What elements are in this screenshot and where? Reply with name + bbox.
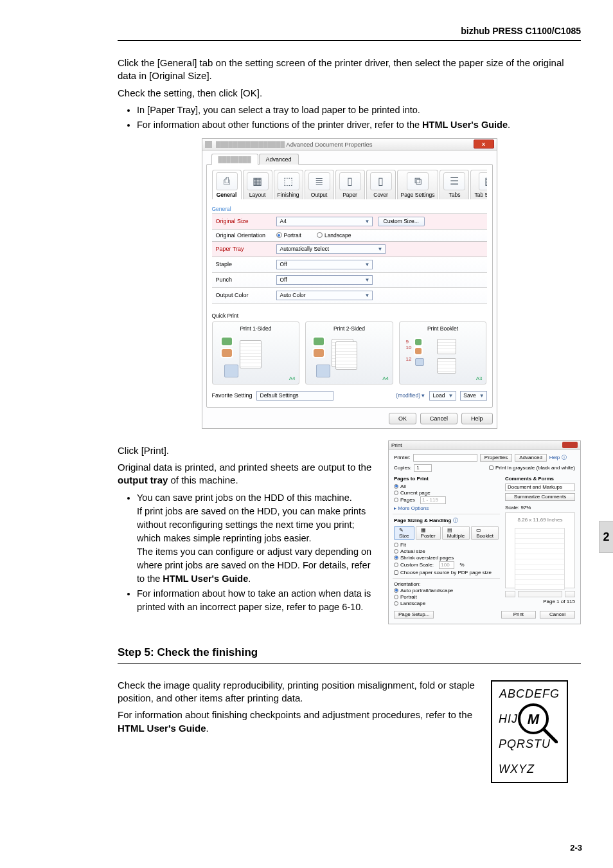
step5-p1: Check the image quality reproducibility,… [118,679,479,705]
orientation-landscape[interactable]: Landscape [317,232,351,239]
printer-driver-dialog: ████████████████ Advanced Document Prope… [202,138,497,429]
pages-range[interactable]: Pages 1 - 115 [394,496,499,504]
info-icon[interactable]: ⓘ [453,518,458,523]
summarize-button[interactable]: Summarize Comments [505,493,575,501]
tab-general[interactable]: ⎙General [212,170,242,199]
page-scrollbar[interactable] [518,591,562,597]
punch-select[interactable]: Off▼ [276,275,373,285]
general-icon: ⎙ [216,172,238,190]
page-setup-button[interactable]: Page Setup... [394,611,434,619]
upper-tab-advanced[interactable]: Advanced [259,154,299,165]
more-options[interactable]: ▸ More Options [394,505,499,511]
chip-poster[interactable]: ▦ Poster [416,526,441,540]
print-preview: 8.26 x 11.69 Inches [505,512,575,588]
print-bul-2: For information about how to take an act… [137,587,377,614]
quick-print: Quick Print Print 1-Sided A4 Print 2-Sid… [212,312,487,384]
row-punch: Punch Off▼ [212,273,487,288]
print-bullets: You can save print jobs on the HDD of th… [118,491,377,614]
row-paper-tray: Paper Tray Automatically Select▼ [212,242,487,257]
chip-booklet[interactable]: ▭ Booklet [471,526,499,540]
copies-input[interactable]: 1 [414,464,432,472]
step5-p2: For information about finishing checkpoi… [118,709,479,735]
magnifier-illustration: ABCDEFG HIJ M PQRSTU WXYZ [491,680,568,783]
svg-text:M: M [528,711,540,727]
printer-select[interactable] [413,454,477,462]
output-color-select[interactable]: Auto Color▼ [276,291,373,300]
cancel-button[interactable]: Cancel [420,413,458,424]
orient-auto[interactable]: Auto portrait/landscape [394,588,499,593]
intro-p2: Check the setting, then click [OK]. [118,87,581,100]
quickprint-1sided[interactable]: Print 1-Sided A4 [212,321,300,384]
close-icon[interactable] [562,442,578,448]
tab-paper[interactable]: ▯Paper [335,170,365,199]
print-button[interactable]: Print [501,611,536,619]
tab-finishing[interactable]: ⬚Finishing [274,170,303,199]
custom-scale[interactable]: Custom Scale: 100 % [394,561,499,569]
svg-line-2 [544,729,556,742]
click-print: Click [Print]. [118,444,377,457]
ok-button[interactable]: OK [389,413,416,424]
print-bul-1: You can save print jobs on the HDD of th… [137,491,377,586]
paper-icon: ▯ [339,172,361,190]
quickprint-booklet[interactable]: Print Booklet 91012 A3 [399,321,487,384]
page-prev[interactable] [505,591,515,597]
save-button[interactable]: Save▼ [460,391,487,401]
paper-tray-select[interactable]: Automatically Select▼ [276,244,386,254]
advanced-button[interactable]: Advanced [515,454,547,462]
tab-cover[interactable]: ▯Cover [366,170,396,199]
tab-output[interactable]: ≣Output [305,170,334,199]
dialog-buttons: OK Cancel Help [206,413,493,424]
print-dialog: Print Printer: Properties Advanced Help … [388,440,581,624]
shrink[interactable]: Shrink oversized pages [394,555,499,561]
tab-pagesettings[interactable]: ⧉Page Settings [397,170,439,199]
close-icon[interactable]: x [474,140,494,149]
print-output-para: Original data is printed, and printed sh… [118,461,377,487]
model-name: bizhub PRESS C1100/C1085 [461,26,581,36]
custom-size-button[interactable]: Custom Size... [378,217,425,226]
actual[interactable]: Actual size [394,548,499,554]
grayscale-check[interactable]: Print in grayscale (black and white) [489,465,575,471]
tab-tabs[interactable]: ☰Tabs [440,170,469,199]
chip-size[interactable]: ✎ Size [394,526,414,540]
choose-source[interactable]: Choose paper source by PDF page size [394,570,499,575]
fit[interactable]: Fit [394,542,499,548]
pages-current[interactable]: Current page [394,490,499,496]
page-header: bizhub PRESS C1100/C1085 [118,26,581,41]
properties-button[interactable]: Properties [480,454,512,462]
orient-portrait[interactable]: Portrait [394,594,499,600]
staple-select[interactable]: Off▼ [276,260,373,269]
row-staple: Staple Off▼ [212,257,487,273]
intro-bullet-2: For information about other functions of… [137,118,581,132]
dlg-cancel-button[interactable]: Cancel [540,611,575,619]
app-icon [205,141,212,148]
finishing-icon: ⬚ [278,172,299,190]
dialog-title: ████████████████ Advanced Document Prope… [216,141,474,148]
tab-layout[interactable]: ▦Layout [243,170,272,199]
pages-all[interactable]: All [394,484,499,489]
output-icon: ≣ [308,172,330,190]
original-size-select[interactable]: A4▼ [276,217,373,226]
tabsettings-icon: ▤ [479,172,487,190]
upper-tabs: ████████ Advanced [211,154,493,165]
chapter-index-tab: 2 [599,521,613,553]
comments-select[interactable]: Document and Markups [505,484,575,491]
chip-multiple[interactable]: ▤ Multiple [442,526,470,540]
tabs-icon: ☰ [443,172,465,190]
orientation-portrait[interactable]: Portrait [276,232,301,239]
step5-heading: Step 5: Check the finishing [118,646,581,659]
page-next[interactable] [565,591,575,597]
load-button[interactable]: Load▼ [429,391,456,401]
modified-indicator: (modified) ▾ [396,392,425,399]
intro-bullet-1: In [Paper Tray], you can select a tray t… [137,104,581,117]
row-orientation: Original Orientation Portrait Landscape [212,230,487,242]
cover-icon: ▯ [370,172,392,190]
help-button[interactable]: Help [461,413,493,424]
tab-tabsettings[interactable]: ▤Tab Settings [470,170,486,199]
row-output-color: Output Color Auto Color▼ [212,288,487,303]
upper-tab-blank[interactable]: ████████ [211,154,258,165]
driver-tabstrip: ⎙General ▦Layout ⬚Finishing ≣Output ▯Pap… [212,170,487,199]
favorite-select[interactable]: Default Settings [256,391,333,401]
quickprint-2sided[interactable]: Print 2-Sided A4 [305,321,393,384]
help-link[interactable]: Help ⓘ [549,454,567,461]
orient-landscape[interactable]: Landscape [394,601,499,606]
